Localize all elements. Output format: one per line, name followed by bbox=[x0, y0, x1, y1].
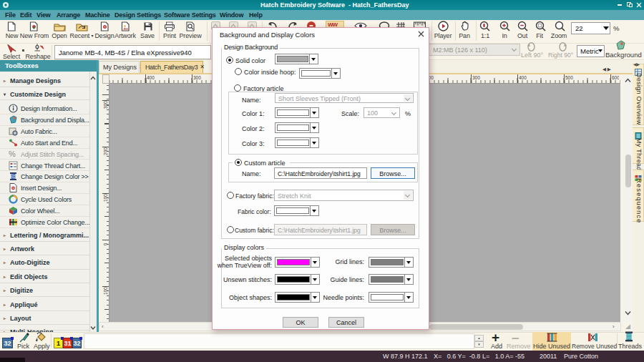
svg-text:%: % bbox=[9, 150, 16, 158]
